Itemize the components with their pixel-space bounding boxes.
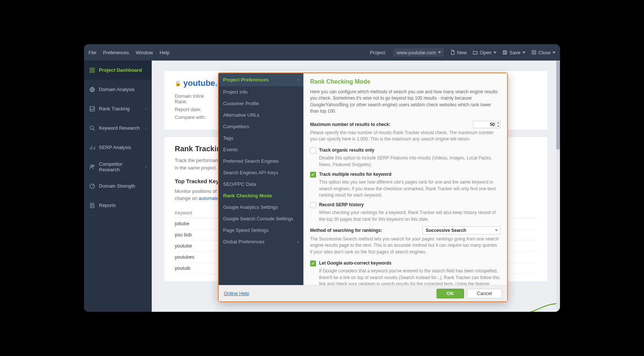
track-multiple-checkbox[interactable] bbox=[310, 172, 316, 178]
autocorrect-checkbox[interactable] bbox=[310, 260, 316, 266]
modal-sidebar: Project Preferences› Project Info Custom… bbox=[219, 73, 303, 285]
cancel-button[interactable]: Cancel bbox=[467, 289, 502, 298]
record-serp-help: When checking your rankings for a keywor… bbox=[319, 210, 500, 223]
method-select[interactable]: Successive Search bbox=[422, 226, 500, 234]
prefs-item-google-analytics[interactable]: Google Analytics Settings bbox=[219, 201, 303, 213]
prefs-item-tags[interactable]: Tags bbox=[219, 132, 303, 144]
app-window: File Preferences Window Help Project: ww… bbox=[84, 44, 560, 312]
method-label: Method of searching for rankings: bbox=[310, 228, 382, 233]
modal-intro: Here you can configure which methods of … bbox=[310, 89, 500, 115]
prefs-item-events[interactable]: Events bbox=[219, 144, 303, 155]
track-multiple-help: This option lets you see how different s… bbox=[319, 179, 500, 198]
modal-title: Rank Checking Mode bbox=[310, 78, 500, 85]
prefs-item-preferred-search-engines[interactable]: Preferred Search Engines bbox=[219, 155, 303, 167]
prefs-item-competitors[interactable]: Competitors bbox=[219, 121, 303, 132]
track-multiple-label: Track multiple results for keyword bbox=[319, 172, 392, 177]
prefs-item-alternative-urls[interactable]: Alternative URLs bbox=[219, 109, 303, 121]
project-preferences-header[interactable]: Project Preferences› bbox=[219, 73, 303, 86]
record-serp-label: Record SERP history bbox=[319, 202, 364, 207]
chevron-down-icon: › bbox=[296, 79, 300, 80]
prefs-item-customer-profile[interactable]: Customer Profile bbox=[219, 98, 303, 109]
prefs-item-project-info[interactable]: Project Info bbox=[219, 86, 303, 98]
prefs-item-google-search-console[interactable]: Google Search Console Settings bbox=[219, 213, 303, 224]
track-organic-checkbox[interactable] bbox=[310, 148, 316, 153]
max-results-label: Maximum number of results to check: bbox=[310, 122, 390, 127]
modal-main: Rank Checking Mode Here you can configur… bbox=[303, 73, 507, 285]
global-preferences-header[interactable]: Global Preferences› bbox=[219, 236, 303, 247]
chevron-right-icon: › bbox=[297, 239, 299, 245]
number-spinners[interactable] bbox=[496, 121, 500, 128]
prefs-item-rank-checking-mode[interactable]: Rank Checking Mode bbox=[219, 190, 303, 201]
autocorrect-label: Let Google auto-correct keywords bbox=[319, 260, 392, 266]
prefs-item-search-engines-api-keys[interactable]: Search Engines API Keys bbox=[219, 167, 303, 178]
prefs-item-seo-ppc-data[interactable]: SEO/PPC Data bbox=[219, 178, 303, 190]
max-results-help: Please specify the max number of results… bbox=[310, 130, 500, 143]
max-results-input[interactable]: 50 bbox=[473, 121, 500, 128]
autocorrect-help: If Google considers that a keyword you'v… bbox=[319, 268, 500, 285]
prefs-item-page-speed[interactable]: Page Speed Settings bbox=[219, 224, 303, 236]
record-serp-checkbox[interactable] bbox=[310, 202, 316, 208]
method-help: The Successive Search method lets you se… bbox=[310, 236, 500, 255]
preferences-modal: Project Preferences› Project Info Custom… bbox=[218, 72, 508, 302]
track-organic-label: Track organic results only bbox=[319, 148, 374, 153]
ok-button[interactable]: OK bbox=[437, 289, 464, 298]
online-help-link[interactable]: Online Help bbox=[224, 291, 249, 296]
modal-footer: Online Help OK Cancel bbox=[219, 285, 507, 301]
track-organic-help: Disable this option to include SERP Feat… bbox=[319, 155, 500, 168]
